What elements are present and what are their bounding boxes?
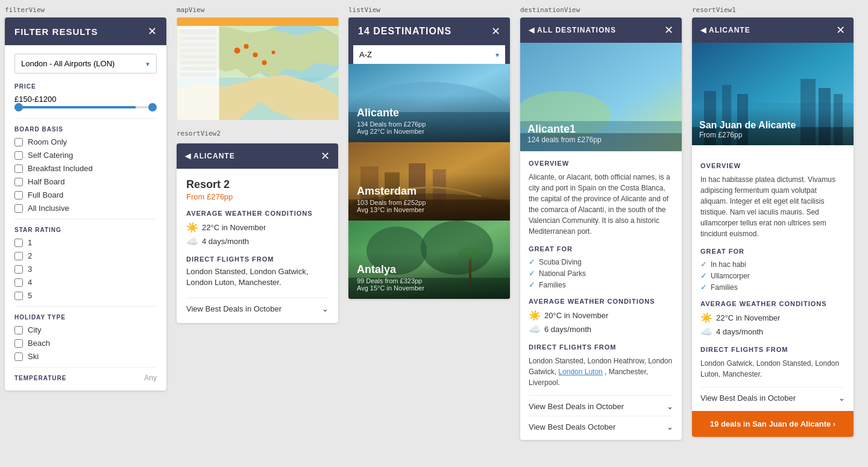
dest-close-icon[interactable]: ✕ — [664, 25, 673, 36]
antalya-name: Antalya — [357, 263, 502, 276]
city-checkbox[interactable] — [14, 326, 23, 334]
resort2-header-title: ALICANTE — [193, 152, 235, 160]
destination-view-wrapper: destinationView ◀ ALL DESTINATIONS ✕ — [515, 0, 687, 467]
dest-back-icon: ◀ — [529, 26, 535, 34]
dest-hero-deals: 124 deals from £276pp — [527, 136, 602, 144]
resort1-airports: London Gatwick, London Stansted, London … — [700, 358, 845, 380]
antalya-deals: 99 Deals from £323pp — [357, 277, 502, 284]
dest-airports-link[interactable]: London Luton — [558, 368, 602, 376]
checkbox-breakfast: Breakfast Included — [14, 164, 157, 173]
resort2-close-icon[interactable]: ✕ — [321, 151, 330, 161]
alicante-name: Alicante — [357, 107, 502, 119]
self-catering-checkbox[interactable] — [14, 151, 23, 160]
dest-view-deals-row-2[interactable]: View Best Deals October ⌄ — [529, 416, 673, 431]
svg-rect-10 — [180, 30, 216, 34]
dest-temp-row: ☀️ 20°C in November — [529, 310, 673, 321]
list-item: ✓ In hac habi — [700, 260, 845, 269]
price-thumb-right[interactable] — [148, 103, 157, 111]
temperature-label: TEMPERATURE — [14, 375, 66, 381]
list-view-wrapper: listView 14 DESTINATIONS ✕ A-Z Price Rat… — [344, 0, 515, 467]
price-slider[interactable] — [14, 106, 157, 108]
resort1-view-deals-row[interactable]: View Best Deals in October ⌄ — [700, 387, 845, 403]
dest-view-deals-row[interactable]: View Best Deals in October ⌄ — [529, 395, 673, 411]
dest-card-alicante[interactable]: Alicante 134 Deals from £276pp Avg 22°C … — [348, 64, 510, 142]
ski-checkbox[interactable] — [14, 353, 23, 361]
resort1-hero-price: From £276pp — [699, 131, 846, 139]
beach-checkbox[interactable] — [14, 339, 23, 348]
svg-rect-14 — [180, 55, 216, 58]
filter-view-label: filterView — [5, 6, 167, 14]
resort1-flights-title: Direct Flights From — [700, 346, 845, 353]
dest-cloud-icon: ☁️ — [529, 324, 541, 335]
resort2-back-btn[interactable]: ◀ ALICANTE — [185, 152, 235, 160]
star1-checkbox[interactable] — [14, 239, 23, 247]
svg-rect-17 — [180, 73, 216, 77]
resort2-view-label: resortView2 — [177, 130, 339, 137]
star5-checkbox[interactable] — [14, 292, 23, 300]
dest-card-amsterdam[interactable]: Amsterdam 103 Deals from £252pp Avg 13°C… — [348, 142, 510, 221]
list-header-title: 14 DESTINATIONS — [358, 26, 451, 37]
resort1-cta-button[interactable]: 19 deals in San Juan de Alicante › — [692, 411, 854, 437]
dest-great-for-list: ✓ Scuba Diving ✓ National Parks ✓ Famili… — [529, 257, 673, 289]
price-row: £150-£1200 — [14, 95, 157, 104]
list-item: ✓ Families — [700, 283, 845, 292]
svg-rect-15 — [180, 61, 216, 64]
resort2-temp-row: ☀️ 22°C in November — [186, 222, 329, 233]
sort-select[interactable]: A-Z Price Rating — [353, 45, 505, 64]
beach-label: Beach — [28, 339, 50, 348]
breakfast-checkbox[interactable] — [14, 165, 23, 173]
resort2-weather-section: Average Weather Conditions ☀️ 22°C in No… — [186, 210, 329, 247]
resort1-back-btn[interactable]: ◀ ALICANTE — [700, 26, 750, 34]
filter-close-icon[interactable]: ✕ — [148, 26, 157, 37]
resort1-rain-row: ☁️ 4 days/month — [700, 326, 845, 337]
svg-point-6 — [244, 44, 249, 49]
resort2-weather-title: Average Weather Conditions — [186, 210, 329, 217]
list-close-icon[interactable]: ✕ — [491, 26, 500, 37]
full-board-checkbox[interactable] — [14, 191, 23, 199]
checkbox-full-board: Full Board — [14, 190, 157, 199]
svg-point-4 — [234, 48, 241, 54]
resort1-hero: San Juan de Alicante From £276pp — [692, 43, 854, 145]
resort1-back-icon: ◀ — [700, 26, 706, 34]
dest-chevron-down-icon-2: ⌄ — [667, 422, 673, 431]
checkbox-star-2: 2 — [14, 251, 157, 260]
airport-select[interactable]: London - All Airports (LON) London Heath… — [14, 54, 157, 74]
star2-label: 2 — [28, 251, 32, 260]
ski-label: Ski — [28, 352, 39, 361]
dest-weather-title: Average Weather Conditions — [529, 298, 673, 305]
room-only-label: Room Only — [28, 137, 67, 146]
dest-great-for-title: Great For — [529, 245, 673, 252]
amsterdam-name: Amsterdam — [357, 185, 502, 198]
dest-flights-title: Direct Flights From — [529, 343, 673, 351]
self-catering-label: Self Catering — [28, 151, 73, 160]
star2-checkbox[interactable] — [14, 252, 23, 260]
dest-rain: 6 days/month — [544, 325, 591, 334]
star3-checkbox[interactable] — [14, 265, 23, 274]
price-thumb-left[interactable] — [14, 103, 23, 111]
resort2-panel: ◀ ALICANTE ✕ Resort 2 From £276pp Averag… — [177, 143, 338, 323]
checkbox-all-inclusive: All Inclusive — [14, 204, 157, 213]
map-image — [177, 17, 339, 120]
room-only-checkbox[interactable] — [14, 138, 23, 146]
star4-checkbox[interactable] — [14, 278, 23, 287]
map-svg — [177, 17, 339, 120]
dest-back-btn[interactable]: ◀ ALL DESTINATIONS — [529, 26, 616, 34]
full-board-label: Full Board — [28, 190, 63, 199]
half-board-checkbox[interactable] — [14, 178, 23, 186]
all-inclusive-label: All Inclusive — [28, 204, 69, 213]
dest-body: Overview Alicante, or Alacant, both offi… — [520, 151, 682, 440]
temperature-row: TEMPERATURE Any — [14, 374, 157, 382]
resort2-body: Resort 2 From £276pp Average Weather Con… — [177, 169, 338, 323]
resort1-close-icon[interactable]: ✕ — [836, 25, 845, 36]
checkbox-half-board: Half Board — [14, 177, 157, 186]
antalya-weather: Avg 15°C in November — [357, 284, 502, 292]
checkbox-star-3: 3 — [14, 265, 157, 274]
amsterdam-weather: Avg 13°C in November — [357, 206, 502, 213]
resort2-view-deals-row[interactable]: View Best Deals in October ⌄ — [186, 298, 329, 313]
resort1-rain: 4 days/month — [716, 327, 763, 336]
resort1-temp: 22°C in November — [716, 313, 780, 322]
back-icon: ◀ — [185, 152, 191, 160]
svg-rect-11 — [180, 37, 216, 40]
dest-card-antalya[interactable]: Antalya 99 Deals from £323pp Avg 15°C in… — [348, 221, 510, 299]
all-inclusive-checkbox[interactable] — [14, 204, 23, 213]
